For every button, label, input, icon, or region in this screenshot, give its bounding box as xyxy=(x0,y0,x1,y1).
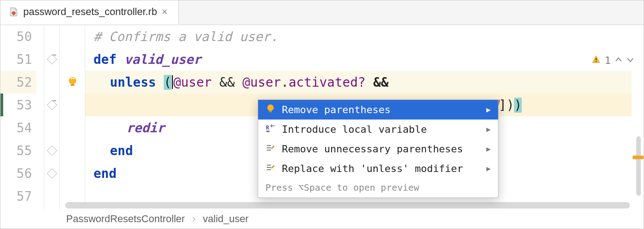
breadcrumbs: PasswordResetsController › valid_user xyxy=(0,209,644,229)
marks-gutter xyxy=(60,25,85,209)
submenu-arrow-icon: ▶ xyxy=(486,164,491,173)
intention-label: Introduce local variable xyxy=(282,124,427,135)
breadcrumb-method[interactable]: valid_user xyxy=(203,213,249,225)
file-tab[interactable]: password_resets_controller.rb × xyxy=(0,0,179,25)
method-call: redir xyxy=(126,120,165,135)
close-paren-highlight: ) xyxy=(514,98,522,113)
line-number[interactable]: 52 xyxy=(0,71,36,94)
intention-label: Replace with 'unless' modifier xyxy=(282,163,463,174)
breadcrumb-separator-icon: › xyxy=(192,213,195,225)
popup-footer-hint: Press ⌥Space to open preview xyxy=(258,178,498,198)
warning-count: 1 xyxy=(605,55,611,66)
close-paren: ) xyxy=(506,98,514,113)
intention-item-replace-unless[interactable]: Replace with 'unless' modifier ▶ xyxy=(258,159,498,178)
bracket: ] xyxy=(499,98,507,113)
keyword: unless xyxy=(110,75,164,90)
caret xyxy=(172,75,173,89)
fold-toggle[interactable] xyxy=(47,168,57,179)
edit-icon xyxy=(265,143,275,155)
submenu-arrow-icon: ▶ xyxy=(486,145,491,153)
operator: && xyxy=(365,75,396,90)
intention-item-remove-parentheses[interactable]: Remove parentheses ▶ xyxy=(258,100,498,120)
close-icon[interactable]: × xyxy=(161,7,167,17)
warning-icon xyxy=(591,54,601,67)
svg-text:R: R xyxy=(266,125,270,131)
intention-label: Remove parentheses xyxy=(282,104,390,115)
fold-toggle[interactable] xyxy=(47,100,57,110)
intention-label: Remove unnecessary parentheses xyxy=(282,143,463,155)
tab-filename: password_resets_controller.rb xyxy=(23,6,157,18)
ivar: @user xyxy=(243,75,281,90)
ruby-file-icon xyxy=(9,7,19,17)
fold-toggle[interactable] xyxy=(47,54,57,65)
intention-item-introduce-variable[interactable]: R Introduce local variable ▶ xyxy=(258,120,498,139)
ivar: @user xyxy=(173,75,212,90)
horizontal-scrollbar[interactable] xyxy=(65,202,630,208)
submenu-arrow-icon: ▶ xyxy=(486,105,491,114)
svg-point-3 xyxy=(267,104,274,111)
svg-rect-0 xyxy=(596,58,597,60)
intention-popup: Remove parentheses ▶ R Introduce local v… xyxy=(258,99,499,198)
editor[interactable]: 1 50 51 52 53 54 55 56 57 xyxy=(0,25,644,209)
edit-icon xyxy=(265,162,275,175)
submenu-arrow-icon: ▶ xyxy=(486,125,491,134)
operator: . xyxy=(281,75,289,90)
inspections-widget[interactable]: 1 xyxy=(591,54,634,67)
line-number[interactable]: 50 xyxy=(0,25,36,48)
svg-rect-1 xyxy=(596,61,597,62)
fold-gutter xyxy=(44,25,60,209)
chevron-up-icon[interactable] xyxy=(614,55,623,66)
line-number[interactable]: 51 xyxy=(0,48,36,71)
keyword: end xyxy=(93,166,117,181)
chevron-down-icon[interactable] xyxy=(626,55,634,66)
line-number[interactable]: 53 xyxy=(0,94,36,116)
intention-item-remove-unnecessary-parens[interactable]: Remove unnecessary parentheses ▶ xyxy=(258,139,498,159)
line-number[interactable]: 57 xyxy=(0,185,36,208)
line-number[interactable]: 54 xyxy=(0,116,36,139)
keyword: def xyxy=(93,52,124,67)
fold-toggle[interactable] xyxy=(47,146,57,156)
intention-bulb-icon[interactable] xyxy=(67,76,78,88)
line-number[interactable]: 55 xyxy=(0,139,36,162)
operator: && xyxy=(212,75,242,90)
open-paren: ( xyxy=(164,75,171,90)
bulb-icon xyxy=(265,104,275,116)
scrollbar-thumb[interactable] xyxy=(636,136,641,196)
code-line: # Confirms a valid user. xyxy=(85,25,632,48)
method-call: activated? xyxy=(289,75,366,90)
code-area[interactable]: # Confirms a valid user. def valid_user … xyxy=(85,25,632,209)
warning-marker[interactable] xyxy=(633,156,644,159)
code-line: def valid_user xyxy=(85,48,632,71)
tab-strip: password_resets_controller.rb × xyxy=(0,0,644,25)
breadcrumb-class[interactable]: PasswordResetsController xyxy=(66,213,185,225)
line-number[interactable]: 56 xyxy=(0,162,36,185)
code-line: unless (@user && @user.activated? && xyxy=(85,71,632,94)
svg-rect-4 xyxy=(269,111,272,112)
keyword: end xyxy=(110,143,133,158)
error-stripe[interactable] xyxy=(632,25,644,209)
comment-text: # Confirms a valid user. xyxy=(93,29,278,44)
refactor-icon: R xyxy=(265,123,275,135)
method-name: valid_user xyxy=(124,52,201,67)
line-number-gutter: 50 51 52 53 54 55 56 57 xyxy=(0,25,44,209)
